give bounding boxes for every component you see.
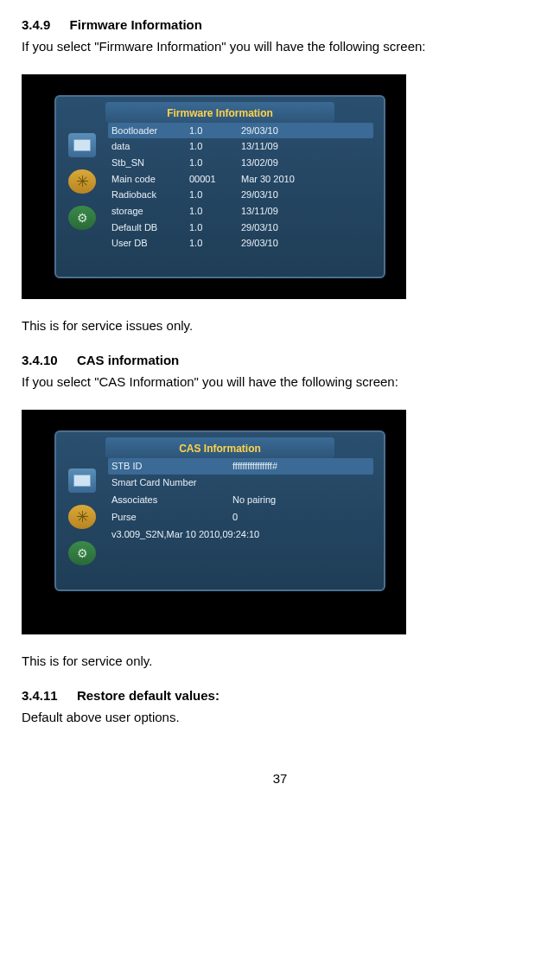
firmware-title: Firmware Information <box>167 107 273 119</box>
section-title: Firmware Information <box>70 17 202 32</box>
fw-name: Default DB <box>111 220 189 236</box>
section2-intro: If you select "CAS Information" you will… <box>22 373 538 392</box>
firmware-row: Bootloader1.029/03/10 <box>108 123 373 139</box>
sidebar-icons <box>68 468 96 565</box>
sidebar-icons <box>68 133 96 230</box>
section-heading-cas: 3.4.10 CAS information <box>22 353 538 367</box>
section-number: 3.4.10 <box>22 353 58 367</box>
firmware-panel: Firmware Information Bootloader1.029/03/… <box>54 95 385 278</box>
firmware-body: Bootloader1.029/03/10data1.013/11/09Stb_… <box>111 123 373 268</box>
fw-name: data <box>111 138 189 155</box>
firmware-row: Main code00001Mar 30 2010 <box>111 171 373 188</box>
cas-screenshot: CAS Information STB IDffffffffffffffff#S… <box>22 410 406 634</box>
fw-name: Stb_SN <box>111 155 189 171</box>
fw-date: 13/02/09 <box>241 155 373 171</box>
cas-row: STB IDffffffffffffffff# <box>108 458 373 475</box>
fw-name: storage <box>111 203 189 220</box>
cas-footer-row: v3.009_S2N,Mar 10 2010,09:24:10 <box>111 526 373 544</box>
cas-value <box>232 475 373 492</box>
cas-panel: CAS Information STB IDffffffffffffffff#S… <box>54 430 385 591</box>
gear-icon <box>68 206 96 230</box>
fw-date: 29/03/10 <box>241 187 373 203</box>
cas-name: STB ID <box>111 458 232 475</box>
cas-row: Purse0 <box>111 509 373 526</box>
fw-name: Bootloader <box>111 123 189 139</box>
monitor-icon <box>68 468 96 493</box>
wheel-icon <box>68 505 96 529</box>
fw-version: 1.0 <box>189 123 241 139</box>
section-title: CAS information <box>77 353 179 367</box>
wheel-icon <box>68 169 96 194</box>
fw-version: 1.0 <box>189 220 241 236</box>
cas-name: Associates <box>111 492 232 509</box>
fw-date: 29/03/10 <box>241 123 370 139</box>
fw-date: 29/03/10 <box>241 220 373 236</box>
fw-name: User DB <box>111 235 189 252</box>
fw-name: Radioback <box>111 187 189 203</box>
firmware-row: Default DB1.029/03/10 <box>111 220 373 236</box>
fw-date: 29/03/10 <box>241 235 373 252</box>
cas-value: 0 <box>232 509 373 526</box>
fw-version: 1.0 <box>189 155 241 171</box>
firmware-title-bar: Firmware Information <box>105 102 334 123</box>
monitor-icon <box>68 133 96 157</box>
firmware-row: User DB1.029/03/10 <box>111 235 373 252</box>
section-title: Restore default values: <box>77 688 220 703</box>
firmware-row: data1.013/11/09 <box>111 138 373 155</box>
section-number: 3.4.9 <box>22 17 50 32</box>
cas-name: Purse <box>111 509 232 526</box>
firmware-row: Stb_SN1.013/02/09 <box>111 155 373 171</box>
fw-version: 00001 <box>189 171 241 188</box>
firmware-row: Radioback1.029/03/10 <box>111 187 373 203</box>
cas-title: CAS Information <box>179 443 261 455</box>
section1-intro: If you select "Firmware Information" you… <box>22 37 538 57</box>
cas-row: Smart Card Number <box>111 475 373 492</box>
cas-name: Smart Card Number <box>111 475 232 492</box>
fw-version: 1.0 <box>189 187 241 203</box>
fw-version: 1.0 <box>189 138 241 155</box>
cas-row: AssociatesNo pairing <box>111 492 373 509</box>
firmware-row: storage1.013/11/09 <box>111 203 373 220</box>
section-heading-firmware: 3.4.9 Firmware Information <box>22 17 538 32</box>
section-heading-restore: 3.4.11 Restore default values: <box>22 688 538 703</box>
fw-date: 13/11/09 <box>241 203 373 220</box>
cas-value: No pairing <box>232 492 373 509</box>
cas-value: ffffffffffffffff# <box>232 458 370 475</box>
fw-name: Main code <box>111 171 189 188</box>
firmware-screenshot: Firmware Information Bootloader1.029/03/… <box>22 74 406 299</box>
page-number: 37 <box>22 771 538 786</box>
fw-version: 1.0 <box>189 235 241 252</box>
fw-date: Mar 30 2010 <box>241 171 373 188</box>
cas-body: STB IDffffffffffffffff#Smart Card Number… <box>111 458 373 581</box>
gear-icon <box>68 541 96 565</box>
section2-outro: This is for service only. <box>22 652 538 672</box>
section1-outro: This is for service issues only. <box>22 316 538 336</box>
fw-date: 13/11/09 <box>241 138 373 155</box>
cas-footer: v3.009_S2N,Mar 10 2010,09:24:10 <box>111 526 373 544</box>
cas-title-bar: CAS Information <box>105 437 334 458</box>
section3-body: Default above user options. <box>22 708 538 728</box>
section-number: 3.4.11 <box>22 688 58 703</box>
fw-version: 1.0 <box>189 203 241 220</box>
